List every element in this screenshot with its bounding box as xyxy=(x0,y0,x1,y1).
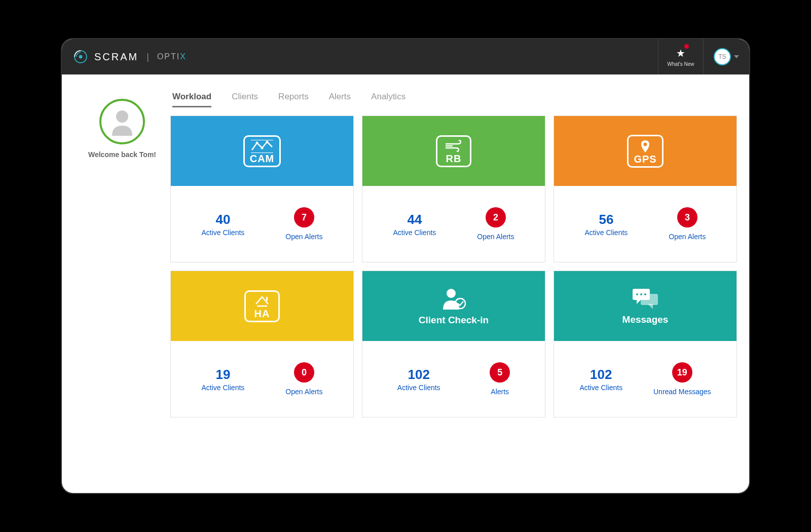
tab-bar: Workload Clients Reports Alerts Analytic… xyxy=(170,87,737,116)
card-messages[interactable]: Messages 102 Active Clients 19 Unread Me… xyxy=(554,271,737,417)
gps-open-alerts: 3 Open Alerts xyxy=(669,207,706,241)
header-bar: SCRAM | OPTIX ★ What's New TS xyxy=(62,39,749,74)
card-body-cam: 40 Active Clients 7 Open Alerts xyxy=(171,186,353,262)
card-header-messages: Messages xyxy=(554,271,736,341)
tab-clients[interactable]: Clients xyxy=(232,92,258,107)
rb-active-clients: 44 Active Clients xyxy=(393,212,436,237)
person-icon xyxy=(107,106,137,137)
card-header-cam: CAM xyxy=(171,116,353,186)
card-body-messages: 102 Active Clients 19 Unread Messages xyxy=(554,341,736,417)
svg-point-12 xyxy=(447,289,456,298)
cam-open-alerts: 7 Open Alerts xyxy=(285,207,322,241)
ha-active-clients: 19 Active Clients xyxy=(202,367,245,392)
header-right: ★ What's New TS xyxy=(658,39,749,74)
main-panel: Workload Clients Reports Alerts Analytic… xyxy=(170,87,737,417)
ha-open-alerts: 0 Open Alerts xyxy=(285,362,322,396)
tab-workload[interactable]: Workload xyxy=(172,92,211,107)
cam-icon: CAM xyxy=(243,135,281,167)
alert-badge: 0 xyxy=(294,362,314,383)
messages-icon xyxy=(630,287,661,311)
sidebar: Welcome back Tom! xyxy=(74,87,170,417)
user-avatar-badge: TS xyxy=(714,48,731,65)
brand-secondary-text: OPTIX xyxy=(157,52,187,61)
card-gps[interactable]: GPS 56 Active Clients 3 Open Alerts xyxy=(554,116,737,262)
checkin-alerts: 5 Alerts xyxy=(490,362,510,396)
svg-point-4 xyxy=(261,146,263,149)
brand-divider: | xyxy=(146,52,149,62)
alert-badge: 3 xyxy=(677,207,697,227)
notification-dot-icon xyxy=(684,44,689,49)
welcome-message: Welcome back Tom! xyxy=(88,150,156,159)
svg-point-9 xyxy=(644,142,647,146)
whats-new-label: What's New xyxy=(667,61,694,67)
card-body-gps: 56 Active Clients 3 Open Alerts xyxy=(554,186,736,262)
app-window: SCRAM | OPTIX ★ What's New TS xyxy=(61,38,750,494)
checkin-active-clients: 102 Active Clients xyxy=(397,367,440,392)
card-rb[interactable]: RB 44 Active Clients 2 Open Alerts xyxy=(362,116,545,262)
svg-point-18 xyxy=(636,293,638,295)
card-cam[interactable]: CAM 40 Active Clients 7 Open Alerts xyxy=(170,116,354,262)
svg-marker-15 xyxy=(648,304,653,309)
messages-title: Messages xyxy=(622,314,669,325)
card-client-checkin[interactable]: Client Check-in 102 Active Clients 5 Ale… xyxy=(362,271,545,417)
user-menu-button[interactable]: TS xyxy=(704,39,749,74)
brand-logo: SCRAM | OPTIX xyxy=(72,48,187,65)
messages-active-clients: 102 Active Clients xyxy=(579,367,622,392)
card-body-ha: 19 Active Clients 0 Open Alerts xyxy=(171,341,353,417)
gps-icon: GPS xyxy=(627,135,663,168)
svg-point-19 xyxy=(640,293,642,295)
gps-active-clients: 56 Active Clients xyxy=(585,212,628,237)
alert-badge: 2 xyxy=(486,207,506,227)
brand-primary-text: SCRAM xyxy=(94,51,138,63)
checkin-title: Client Check-in xyxy=(419,315,489,326)
card-header-gps: GPS xyxy=(554,116,736,186)
card-ha[interactable]: HA 19 Active Clients 0 Open Alerts xyxy=(170,271,354,417)
alert-badge: 5 xyxy=(490,362,510,383)
checkin-icon xyxy=(439,286,468,312)
card-header-ha: HA xyxy=(171,271,353,341)
tab-reports[interactable]: Reports xyxy=(278,92,309,107)
star-icon: ★ xyxy=(676,47,685,59)
svg-point-1 xyxy=(79,55,83,59)
svg-rect-10 xyxy=(266,297,268,301)
whats-new-button[interactable]: ★ What's New xyxy=(658,39,704,74)
alert-badge: 19 xyxy=(672,362,692,383)
card-header-rb: RB xyxy=(362,116,545,186)
card-body-checkin: 102 Active Clients 5 Alerts xyxy=(362,341,545,417)
svg-point-5 xyxy=(266,140,268,143)
messages-unread: 19 Unread Messages xyxy=(653,362,711,396)
alert-badge: 7 xyxy=(294,207,314,227)
tab-alerts[interactable]: Alerts xyxy=(329,92,351,107)
chevron-down-icon xyxy=(734,55,739,58)
rb-open-alerts: 2 Open Alerts xyxy=(477,207,514,241)
rb-icon: RB xyxy=(436,135,471,167)
ha-icon: HA xyxy=(244,290,280,322)
svg-point-20 xyxy=(644,293,646,295)
cam-active-clients: 40 Active Clients xyxy=(202,212,245,237)
tab-analytics[interactable]: Analytics xyxy=(371,92,406,107)
scram-swirl-icon xyxy=(72,48,89,65)
user-avatar-large xyxy=(99,99,145,144)
svg-point-3 xyxy=(255,141,258,144)
card-grid: CAM 40 Active Clients 7 Open Alerts xyxy=(170,116,737,417)
card-body-rb: 44 Active Clients 2 Open Alerts xyxy=(362,186,545,262)
card-header-checkin: Client Check-in xyxy=(362,271,545,341)
svg-point-2 xyxy=(116,110,128,123)
content-area: Welcome back Tom! Workload Clients Repor… xyxy=(62,74,749,417)
